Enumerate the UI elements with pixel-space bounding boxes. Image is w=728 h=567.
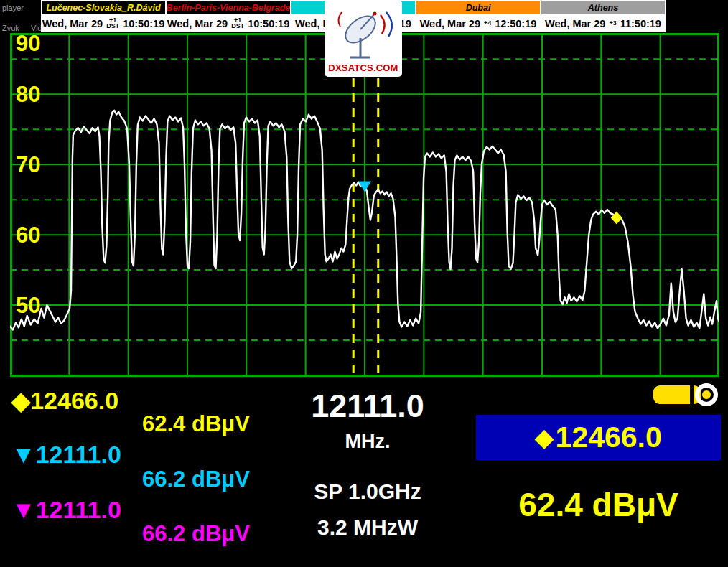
clock-city: Lučenec-Slovakia_R.Dávid xyxy=(42,1,165,14)
diamond-icon: ◆ xyxy=(535,423,553,451)
y-axis-label: 50 xyxy=(16,293,40,318)
dxsatcs-logo: DXSATCS.COM xyxy=(325,0,402,77)
marker1-level: 62.4 dBμV xyxy=(142,411,250,437)
bandwidth-readout: 3.2 MHzW xyxy=(293,515,442,540)
clock-datetime: Wed, Mar 29+1DST10:50:19 xyxy=(167,14,290,32)
active-marker-box: ◆12466.0 xyxy=(476,415,721,460)
clock-cell-4: DubaiWed, Mar 29+412:50:19 xyxy=(416,0,541,32)
y-axis-label: 70 xyxy=(16,152,40,177)
logo-text: DXSATCS.COM xyxy=(328,62,398,73)
spectrum-chart: 9080706050 xyxy=(10,33,719,377)
spectrum-plot: 9080706050 xyxy=(10,33,719,377)
y-axis-label: 60 xyxy=(16,222,40,248)
active-marker-level: 62.4 dBμV xyxy=(476,485,721,524)
marker2-freq-row: ▼12111.0 xyxy=(11,441,121,469)
clock-cell-2: Berlin-Paris-Vienna-BelgradeWed, Mar 29+… xyxy=(166,0,291,32)
player-label: player xyxy=(2,4,24,12)
diamond-icon: ◆ xyxy=(11,387,30,414)
zvuk-label: Zvuk xyxy=(2,24,19,32)
clock-city: Berlin-Paris-Vienna-Belgrade xyxy=(167,1,290,14)
marker1-freq: 12466.0 xyxy=(30,387,118,414)
marker1-freq-row: ◆12466.0 xyxy=(11,386,118,415)
marker2-freq: 12111.0 xyxy=(36,441,121,468)
triangle-down-icon: ▼ xyxy=(11,496,36,523)
battery-icon xyxy=(652,382,721,408)
clock-datetime: Wed, Mar 29+412:50:19 xyxy=(416,14,540,32)
center-frequency-unit: MHz. xyxy=(296,431,439,453)
clock-city: Athens xyxy=(541,1,665,14)
clock-cell-1: Lučenec-Slovakia_R.DávidWed, Mar 29+1DST… xyxy=(41,0,166,32)
marker2-level: 66.2 dBμV xyxy=(142,467,250,492)
marker3-level: 66.2 dBμV xyxy=(142,521,250,547)
clock-datetime: Wed, Mar 29+1DST10:50:19 xyxy=(42,14,165,32)
marker3-freq-row: ▼12111.0 xyxy=(11,496,121,524)
satellite-dish-icon xyxy=(327,5,399,62)
center-frequency: 12111.0 xyxy=(296,388,439,425)
clock-datetime: Wed, Mar 29+311:50:19 xyxy=(541,14,665,32)
triangle-down-icon: ▼ xyxy=(11,441,36,468)
clock-cell-5: AthensWed, Mar 29+311:50:19 xyxy=(541,0,666,32)
active-marker-freq: 12466.0 xyxy=(556,421,662,454)
clock-city: Dubai xyxy=(416,1,540,14)
span-readout: SP 1.0GHz xyxy=(293,479,442,504)
y-axis-label: 90 xyxy=(16,33,40,56)
spectrum-analyzer-screen: player Zvuk Vid Lučenec-Slovakia_R.Dávid… xyxy=(0,0,728,567)
y-axis-label: 80 xyxy=(16,82,40,107)
marker3-freq: 12111.0 xyxy=(36,496,121,523)
